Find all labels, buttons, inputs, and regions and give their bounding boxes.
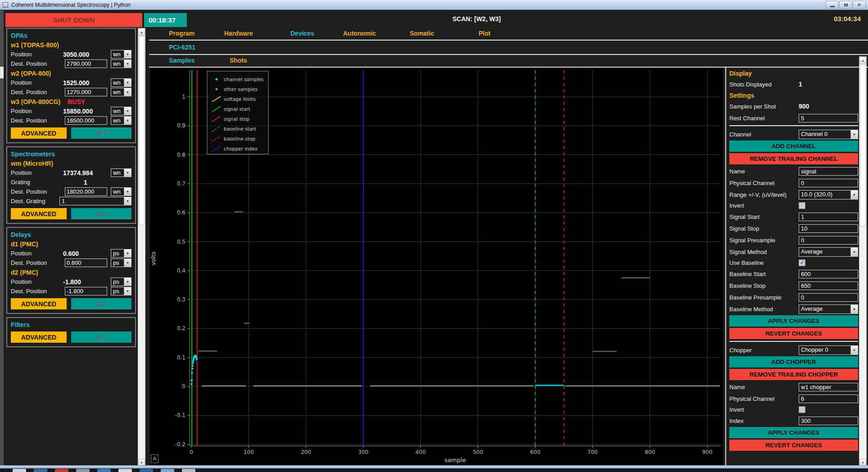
chevron-down-icon[interactable]: ▼ [124,259,131,267]
dest-position-input[interactable] [65,287,107,295]
dest-position-input[interactable] [65,259,107,267]
rest-channel-input[interactable] [799,114,858,123]
tab-plot[interactable]: Plot [479,30,490,37]
chevron-down-icon[interactable]: ▼ [124,169,131,177]
chevron-down-icon[interactable]: ▼ [124,278,131,286]
tab-program[interactable]: Program [169,30,195,37]
chevron-down-icon[interactable]: ▼ [850,248,858,256]
sidebar-scrollbar[interactable]: ▲▼ [138,28,145,466]
view-tab-shots[interactable]: Shots [230,57,247,64]
chevron-down-icon[interactable]: ▼ [850,191,858,199]
settings-scrollbar[interactable]: ▲▼ [859,56,867,466]
name-input[interactable] [799,167,858,176]
signal-method-select[interactable]: Average▼ [799,247,858,257]
chevron-down-icon[interactable]: ▼ [850,346,858,354]
remove-trailing-channel-button[interactable]: REMOVE TRAILING CHANNEL [729,153,858,164]
view-tab-samples[interactable]: Samples [169,57,195,64]
invert-checkbox[interactable] [799,202,805,209]
chevron-down-icon[interactable]: ▼ [850,130,858,139]
taskbar-icon[interactable] [140,469,153,472]
chevron-down-icon[interactable]: ▼ [124,107,131,115]
dest-position-input[interactable] [65,88,107,96]
unit-select[interactable]: wn▼ [111,59,131,68]
tab-devices[interactable]: Devices [290,30,314,37]
advanced-button[interactable]: ADVANCED [11,208,67,219]
unit-select[interactable]: wn▼ [111,187,131,196]
shutdown-button[interactable]: SHUT DOWN [5,13,142,27]
set-button[interactable]: SET [71,331,131,343]
apply-changes-button[interactable]: APPLY CHANGES [729,427,858,438]
unit-select[interactable]: wn▼ [111,107,131,115]
signal-stop-input[interactable] [799,224,858,233]
use-baseline-checkbox[interactable]: ✓ [799,259,805,266]
chevron-down-icon[interactable]: ▼ [124,117,131,124]
scroll-thumb[interactable] [139,36,145,225]
chopper-select[interactable]: Chopper 0▼ [799,345,858,355]
autoscale-button[interactable]: A [151,454,158,463]
baseline-start-input[interactable] [799,270,858,278]
index-input[interactable] [799,417,858,425]
physical-channel-input[interactable] [799,179,858,187]
os-taskbar[interactable] [0,468,868,472]
chevron-down-icon[interactable]: ▼ [124,197,131,205]
chevron-down-icon[interactable]: ▼ [124,287,131,295]
unit-select[interactable]: wn▼ [111,88,131,96]
taskbar-icon[interactable] [55,469,68,472]
taskbar-icon[interactable] [161,469,174,472]
maximize-button[interactable] [839,1,852,9]
tab-pci-6251[interactable]: PCI-6251 [169,44,195,51]
channel-select[interactable]: Channel 0▼ [799,130,858,139]
baseline-presample-input[interactable] [799,293,858,302]
add-chopper-button[interactable]: ADD CHOPPER [729,356,858,368]
plot-canvas[interactable]: 0100200300400500600700800900-0.2-0.100.1… [150,68,723,466]
unit-select[interactable]: ps▼ [111,287,131,295]
set-button[interactable]: SET [71,127,131,139]
unit-select[interactable]: wn▼ [111,168,131,177]
dest-grating-select[interactable]: 1▼ [59,197,131,205]
taskbar-icon[interactable] [34,469,47,472]
range-v-uv-level-select[interactable]: 10.0 (320.0)▼ [799,190,858,200]
taskbar-icon[interactable] [118,469,132,472]
taskbar-icon[interactable] [97,469,111,472]
taskbar-icon[interactable] [13,469,26,472]
unit-select[interactable]: ps▼ [111,277,131,286]
remove-trailing-chopper-button[interactable]: REMOVE TRAILING CHOPPER [729,369,858,380]
add-channel-button[interactable]: ADD CHANNEL [729,141,858,152]
chevron-down-icon[interactable]: ▼ [124,79,131,86]
invert-checkbox[interactable] [799,406,805,413]
unit-select[interactable]: wn▼ [111,50,131,59]
name-input[interactable] [799,383,858,391]
close-button[interactable]: ✕ [853,1,866,9]
signal-presample-input[interactable] [799,236,858,245]
dest-position-input[interactable] [65,116,107,125]
tab-autonomic[interactable]: Autonomic [343,30,376,37]
unit-select[interactable]: wn▼ [111,78,131,87]
scroll-up-button[interactable]: ▲ [138,28,145,36]
window-titlebar[interactable]: Coherent Multidimensional Spectroscopy |… [0,0,868,10]
minimize-button[interactable] [826,1,839,9]
advanced-button[interactable]: ADVANCED [11,127,67,139]
signal-start-input[interactable] [799,213,858,221]
physical-channel-input[interactable] [799,395,858,403]
set-button[interactable]: SET [71,208,131,219]
tab-somatic[interactable]: Somatic [410,30,434,37]
scroll-thumb[interactable] [860,64,866,227]
tab-hardware[interactable]: Hardware [224,30,253,37]
chevron-down-icon[interactable]: ▼ [124,60,131,68]
advanced-button[interactable]: ADVANCED [11,298,67,309]
dest-position-input[interactable] [65,59,107,68]
scroll-up-button[interactable]: ▲ [859,57,866,64]
unit-select[interactable]: ps▼ [111,249,131,258]
unit-select[interactable]: wn▼ [111,116,131,125]
chevron-down-icon[interactable]: ▼ [124,88,131,96]
advanced-button[interactable]: ADVANCED [11,331,67,343]
chevron-down-icon[interactable]: ▼ [124,50,131,58]
chevron-down-icon[interactable]: ▼ [850,305,858,313]
apply-changes-button[interactable]: APPLY CHANGES [729,315,858,327]
baseline-stop-input[interactable] [799,281,858,290]
taskbar-icon[interactable] [76,469,90,472]
set-button[interactable]: SET [71,298,131,309]
taskbar-icon[interactable] [182,469,195,472]
revert-changes-button[interactable]: REVERT CHANGES [729,328,858,339]
chevron-down-icon[interactable]: ▼ [124,188,131,195]
